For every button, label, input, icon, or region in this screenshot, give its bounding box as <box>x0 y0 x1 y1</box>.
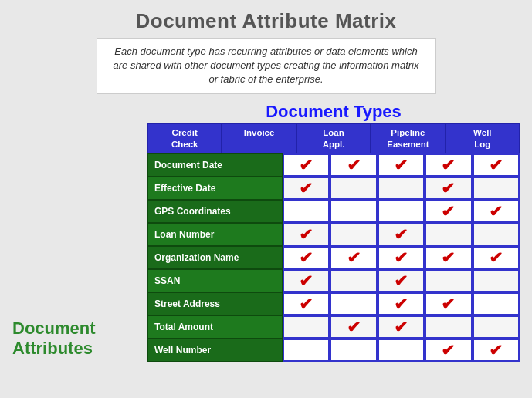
row-label-3: Loan Number <box>147 223 283 246</box>
check-icon: ✔ <box>442 179 456 197</box>
cell-8-pipeline_easement: ✔ <box>425 339 472 362</box>
table-row: Effective Date✔✔ <box>147 177 520 200</box>
cell-7-invoice: ✔ <box>330 315 377 339</box>
cell-5-invoice <box>330 269 377 292</box>
table-row: SSAN✔✔ <box>147 269 520 292</box>
row-label-5: SSAN <box>147 269 283 292</box>
check-icon: ✔ <box>394 272 408 290</box>
cell-5-well_log <box>473 269 520 292</box>
subtitle-box: Each document type has recurring attribu… <box>97 38 436 94</box>
cell-7-credit_check <box>283 315 330 339</box>
check-icon: ✔ <box>489 156 503 174</box>
cell-6-pipeline_easement: ✔ <box>425 292 472 315</box>
check-icon: ✔ <box>299 295 313 313</box>
check-icon: ✔ <box>442 202 456 221</box>
check-icon: ✔ <box>299 272 313 290</box>
cell-5-pipeline_easement <box>425 269 472 292</box>
cell-6-well_log <box>473 292 520 315</box>
check-icon: ✔ <box>489 248 503 267</box>
col-header-well_log: WellLog <box>446 123 520 154</box>
matrix-top-row: Document Types <box>12 102 520 123</box>
cell-6-invoice <box>330 292 377 315</box>
check-icon: ✔ <box>442 295 456 313</box>
cell-8-well_log: ✔ <box>473 339 520 362</box>
cell-1-credit_check: ✔ <box>283 177 330 200</box>
doc-attributes-title: DocumentAttributes <box>12 319 96 359</box>
cell-3-invoice <box>330 223 377 246</box>
check-icon: ✔ <box>394 295 408 313</box>
check-icon: ✔ <box>489 341 503 359</box>
cell-6-loan_appl: ✔ <box>378 292 425 315</box>
cell-0-loan_appl: ✔ <box>378 153 425 177</box>
check-icon: ✔ <box>394 156 408 174</box>
page-title: Document Attribute Matrix <box>136 9 397 33</box>
cell-2-credit_check <box>283 200 330 223</box>
spacer-left <box>12 102 147 123</box>
page-container: Document Attribute Matrix Each document … <box>0 0 532 398</box>
check-icon: ✔ <box>442 341 456 359</box>
cell-0-credit_check: ✔ <box>283 153 330 177</box>
matrix-rows: Document Date✔✔✔✔✔Effective Date✔✔GPS Co… <box>147 153 520 362</box>
cell-0-well_log: ✔ <box>473 153 520 177</box>
doc-types-title: Document Types <box>147 102 520 122</box>
row-label-8: Well Number <box>147 339 283 362</box>
col-headers: CreditCheckInvoiceLoanAppl.PipelineEasem… <box>147 123 520 154</box>
cell-4-pipeline_easement: ✔ <box>425 246 472 269</box>
cell-1-well_log <box>473 177 520 200</box>
cell-8-invoice <box>330 339 377 362</box>
col-header-pipeline_easement: PipelineEasement <box>371 123 445 154</box>
cell-2-well_log: ✔ <box>473 200 520 223</box>
cell-3-well_log <box>473 223 520 246</box>
cell-1-invoice <box>330 177 377 200</box>
row-label-7: Total Amount <box>147 315 283 339</box>
cell-5-loan_appl: ✔ <box>378 269 425 292</box>
cell-7-loan_appl: ✔ <box>378 315 425 339</box>
check-icon: ✔ <box>299 179 313 197</box>
check-icon: ✔ <box>442 156 456 174</box>
check-icon: ✔ <box>299 225 313 244</box>
matrix-table: CreditCheckInvoiceLoanAppl.PipelineEasem… <box>147 123 520 363</box>
cell-6-credit_check: ✔ <box>283 292 330 315</box>
cell-5-credit_check: ✔ <box>283 269 330 292</box>
table-row: Well Number✔✔ <box>147 339 520 362</box>
cell-7-pipeline_easement <box>425 315 472 339</box>
cell-4-loan_appl: ✔ <box>378 246 425 269</box>
check-icon: ✔ <box>347 318 361 336</box>
check-icon: ✔ <box>442 248 456 267</box>
cell-4-invoice: ✔ <box>330 246 377 269</box>
cell-4-well_log: ✔ <box>473 246 520 269</box>
row-label-2: GPS Coordinates <box>147 200 283 223</box>
left-header: DocumentAttributes <box>12 123 147 363</box>
table-row: Total Amount✔✔ <box>147 315 520 339</box>
col-header-invoice: Invoice <box>222 123 296 154</box>
cell-8-loan_appl <box>378 339 425 362</box>
cell-2-invoice <box>330 200 377 223</box>
check-icon: ✔ <box>394 248 408 267</box>
table-row: Street Address✔✔✔ <box>147 292 520 315</box>
cell-3-pipeline_easement <box>425 223 472 246</box>
cell-1-pipeline_easement: ✔ <box>425 177 472 200</box>
table-row: Document Date✔✔✔✔✔ <box>147 153 520 177</box>
cell-0-invoice: ✔ <box>330 153 377 177</box>
row-label-6: Street Address <box>147 292 283 315</box>
table-row: GPS Coordinates✔✔ <box>147 200 520 223</box>
check-icon: ✔ <box>489 202 503 221</box>
cell-2-pipeline_easement: ✔ <box>425 200 472 223</box>
cell-3-loan_appl: ✔ <box>378 223 425 246</box>
check-icon: ✔ <box>299 248 313 267</box>
cell-3-credit_check: ✔ <box>283 223 330 246</box>
check-icon: ✔ <box>347 248 361 267</box>
row-label-0: Document Date <box>147 153 283 177</box>
cell-8-credit_check <box>283 339 330 362</box>
matrix-section: Document Types DocumentAttributes Credit… <box>12 102 520 363</box>
matrix-body: DocumentAttributes CreditCheckInvoiceLoa… <box>12 123 520 363</box>
cell-4-credit_check: ✔ <box>283 246 330 269</box>
cell-7-well_log <box>473 315 520 339</box>
check-icon: ✔ <box>347 156 361 174</box>
col-header-loan_appl: LoanAppl. <box>296 123 371 154</box>
cell-1-loan_appl <box>378 177 425 200</box>
check-icon: ✔ <box>394 225 408 244</box>
cell-2-loan_appl <box>378 200 425 223</box>
row-label-1: Effective Date <box>147 177 283 200</box>
row-label-4: Organization Name <box>147 246 283 269</box>
